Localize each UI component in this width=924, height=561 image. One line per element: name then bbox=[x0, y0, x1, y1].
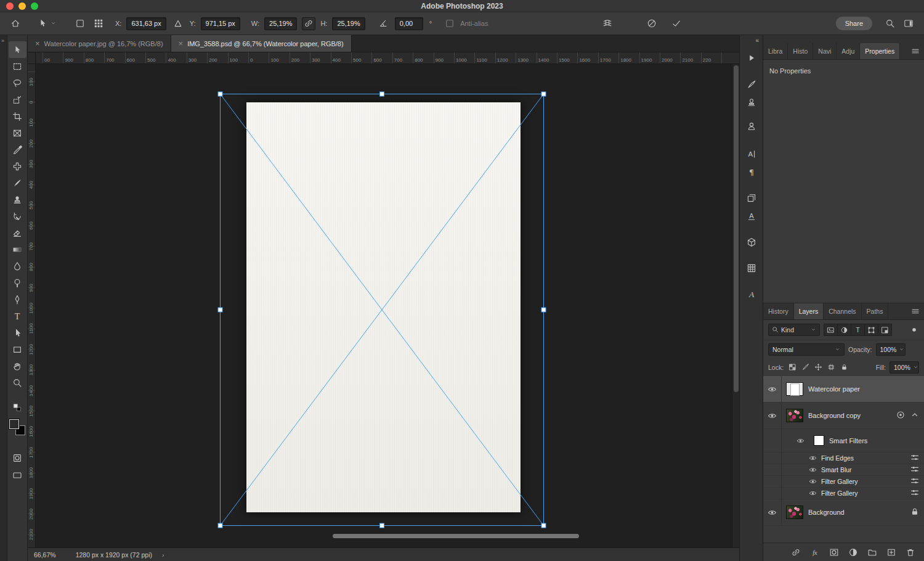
zoom-tool[interactable] bbox=[9, 374, 26, 391]
visibility-eye-icon[interactable] bbox=[809, 467, 817, 473]
relative-positioning-icon[interactable] bbox=[171, 17, 185, 30]
gradient-tool[interactable] bbox=[9, 241, 26, 258]
panel-tab-histo[interactable]: Histo bbox=[788, 43, 813, 59]
visibility-eye-icon[interactable] bbox=[763, 499, 782, 525]
actions-panel-icon[interactable] bbox=[743, 49, 760, 67]
panel-tab-layers[interactable]: Layers bbox=[794, 303, 824, 319]
minimize-window-button[interactable] bbox=[18, 2, 26, 10]
smart-filter-row[interactable]: Find Edges bbox=[763, 452, 924, 464]
width-input[interactable]: 25,19% bbox=[264, 17, 297, 30]
visibility-eye-icon[interactable] bbox=[809, 490, 817, 496]
filter-kind-dropdown[interactable]: Kind bbox=[768, 324, 820, 336]
collapse-smart-filters-icon[interactable] bbox=[910, 410, 920, 421]
brush-tool[interactable] bbox=[9, 174, 26, 191]
horizontal-ruler[interactable]: 0090080070060050040030020010001002003004… bbox=[36, 52, 732, 63]
panel-menu-icon[interactable] bbox=[907, 43, 924, 59]
layer-row[interactable]: Background copy bbox=[763, 403, 924, 429]
fill-dropdown[interactable]: 100% bbox=[890, 361, 919, 374]
lasso-tool[interactable] bbox=[9, 75, 26, 91]
lock-position-icon[interactable] bbox=[813, 362, 824, 372]
paragraph-panel-icon[interactable]: ¶ bbox=[743, 164, 760, 181]
smart-filter-row[interactable]: Smart Blur bbox=[763, 464, 924, 476]
reference-point-locator-icon[interactable] bbox=[92, 17, 105, 30]
ruler-corner[interactable] bbox=[28, 52, 36, 63]
workspace-switcher-icon[interactable] bbox=[902, 17, 915, 30]
new-layer-icon[interactable] bbox=[885, 546, 898, 559]
smart-object-filter-icon[interactable] bbox=[878, 324, 892, 336]
3d-panel-icon[interactable] bbox=[743, 234, 760, 251]
layer-thumbnail[interactable] bbox=[786, 409, 803, 422]
smart-filter-row[interactable]: Filter Gallery bbox=[763, 476, 924, 488]
left-collapse-strip[interactable]: » bbox=[0, 35, 7, 561]
tool-preset-picker[interactable] bbox=[36, 17, 56, 30]
blur-tool[interactable] bbox=[9, 258, 26, 274]
warp-mode-button[interactable] bbox=[601, 17, 614, 30]
default-colors-icon[interactable] bbox=[9, 401, 26, 414]
document-tab[interactable]: ×Watercolor paper.jpg @ 16,7% (RGB/8) bbox=[28, 35, 171, 52]
path-selection-tool[interactable] bbox=[9, 324, 26, 341]
adjustment-layer-filter-icon[interactable] bbox=[837, 324, 851, 336]
panel-menu-icon[interactable] bbox=[907, 303, 924, 319]
foreground-color-swatch[interactable] bbox=[9, 419, 19, 429]
shape-layer-filter-icon[interactable] bbox=[864, 324, 878, 336]
opacity-dropdown[interactable]: 100% bbox=[876, 343, 906, 356]
vertical-ruler[interactable]: 1000100200300400500600700800900100011001… bbox=[28, 64, 36, 547]
link-layers-icon[interactable] bbox=[790, 546, 802, 559]
layer-row[interactable]: Watercolor paper bbox=[763, 376, 924, 403]
zoom-level-field[interactable]: 66,67% bbox=[34, 551, 56, 559]
close-tab-icon[interactable]: × bbox=[35, 39, 40, 48]
color-swatches[interactable] bbox=[9, 419, 25, 435]
layer-filter-toggle-icon[interactable] bbox=[909, 325, 919, 335]
move-tool[interactable] bbox=[9, 41, 26, 58]
home-icon[interactable] bbox=[9, 17, 22, 30]
hand-tool[interactable] bbox=[9, 358, 26, 374]
panel-tab-paths[interactable]: Paths bbox=[862, 303, 889, 319]
canvas-viewport[interactable] bbox=[36, 64, 732, 547]
history-brush-tool[interactable] bbox=[9, 208, 26, 224]
visibility-eye-icon[interactable] bbox=[809, 455, 817, 461]
eraser-tool[interactable] bbox=[9, 224, 26, 241]
angle-input[interactable]: 0,00 bbox=[395, 17, 423, 30]
visibility-eye-icon[interactable] bbox=[809, 478, 817, 485]
layer-style-icon[interactable]: fx bbox=[809, 546, 821, 559]
new-group-icon[interactable] bbox=[866, 546, 878, 559]
vertical-scrollbar[interactable] bbox=[732, 64, 739, 547]
type-tool[interactable]: T bbox=[9, 308, 26, 324]
anti-alias-checkbox[interactable] bbox=[443, 17, 456, 30]
shape-tool[interactable] bbox=[9, 341, 26, 358]
frame-tool[interactable] bbox=[9, 125, 26, 141]
status-chevron-icon[interactable]: › bbox=[162, 551, 164, 559]
visibility-eye-icon[interactable] bbox=[763, 376, 782, 402]
commit-transform-button[interactable] bbox=[670, 17, 683, 30]
clone-source-icon[interactable] bbox=[743, 94, 760, 111]
panel-tab-history[interactable]: History bbox=[763, 303, 794, 319]
height-input[interactable]: 25,19% bbox=[332, 17, 365, 30]
panel-tab-navi[interactable]: Navi bbox=[813, 43, 837, 59]
blend-mode-dropdown[interactable]: Normal bbox=[768, 343, 845, 356]
character-panel-icon[interactable]: A bbox=[743, 145, 760, 163]
collapse-panels-icon[interactable]: « bbox=[755, 37, 759, 44]
brush-settings-icon[interactable] bbox=[743, 76, 760, 93]
pen-tool[interactable] bbox=[9, 291, 26, 308]
panel-tab-properties[interactable]: Properties bbox=[860, 43, 900, 59]
quick-mask-button[interactable] bbox=[9, 451, 26, 465]
close-window-button[interactable] bbox=[6, 2, 14, 10]
lock-artboard-icon[interactable] bbox=[826, 362, 837, 372]
expand-left-panel-icon[interactable]: » bbox=[1, 38, 4, 44]
horizontal-scrollbar[interactable] bbox=[333, 534, 579, 538]
filter-blend-options-icon[interactable] bbox=[910, 452, 920, 464]
patterns-panel-icon[interactable] bbox=[743, 260, 760, 277]
vertical-scrollbar-thumb[interactable] bbox=[734, 65, 739, 392]
y-input[interactable]: 971,15 px bbox=[201, 17, 240, 30]
panel-tab-libra[interactable]: Libra bbox=[763, 43, 788, 59]
filter-blend-options-icon[interactable] bbox=[910, 476, 920, 487]
panel-tab-adju[interactable]: Adju bbox=[837, 43, 860, 59]
close-tab-icon[interactable]: × bbox=[179, 39, 184, 48]
transform-overlay[interactable] bbox=[36, 64, 732, 547]
cancel-transform-button[interactable] bbox=[645, 17, 659, 30]
lock-transparency-icon[interactable] bbox=[787, 362, 798, 372]
delete-layer-icon[interactable] bbox=[904, 546, 917, 559]
maintain-aspect-ratio-button[interactable] bbox=[302, 17, 315, 30]
fullscreen-window-button[interactable] bbox=[31, 2, 38, 10]
glyphs-panel-icon[interactable]: A bbox=[743, 285, 760, 303]
